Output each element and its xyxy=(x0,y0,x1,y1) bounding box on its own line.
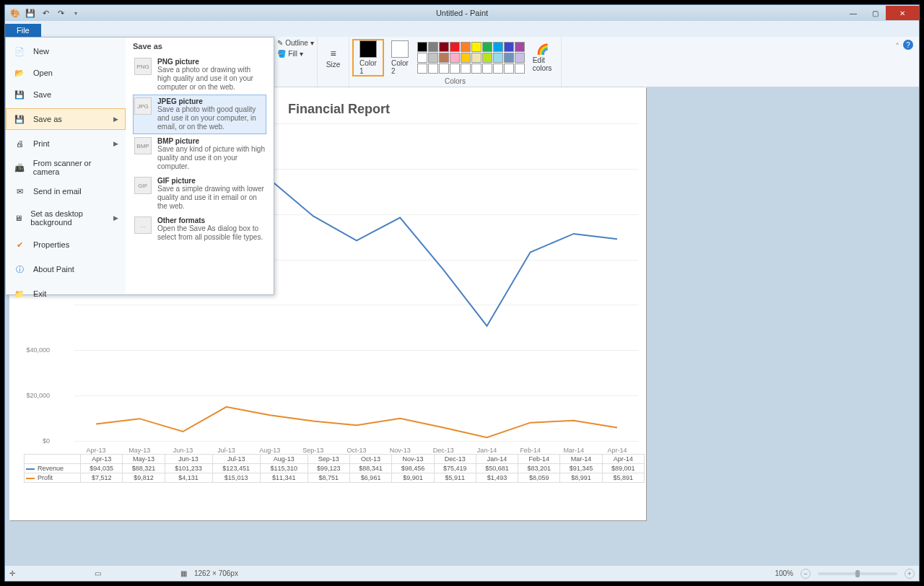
color-swatch[interactable] xyxy=(417,53,427,63)
file-tab[interactable]: File xyxy=(5,24,41,37)
file-menu: 📄New 📂Open 💾Save 💾Save as▶ 🖨Print▶ 📠From… xyxy=(5,37,274,295)
color-swatch[interactable] xyxy=(482,64,492,74)
menu-save[interactable]: 💾Save xyxy=(6,84,126,105)
saveas-png[interactable]: PNGPNG pictureSave a photo or drawing wi… xyxy=(133,55,266,95)
minimize-button[interactable]: — xyxy=(842,6,864,20)
menu-new[interactable]: 📄New xyxy=(6,40,126,62)
other-icon: … xyxy=(134,217,152,234)
color-swatch[interactable] xyxy=(461,42,471,52)
color-swatch[interactable] xyxy=(471,64,481,74)
color-swatch[interactable] xyxy=(493,42,503,52)
color-swatch[interactable] xyxy=(450,64,460,74)
exit-icon: 📁 xyxy=(13,287,26,300)
size-icon: ≡ xyxy=(330,48,336,59)
color-swatch[interactable] xyxy=(450,42,460,52)
color-swatch[interactable] xyxy=(461,53,471,63)
info-icon: ⓘ xyxy=(13,263,26,276)
saveas-gif[interactable]: GIFGIF pictureSave a simple drawing with… xyxy=(133,174,266,214)
cursor-pos-icon: ✛ xyxy=(9,569,15,577)
palette-icon: 🌈 xyxy=(536,43,549,55)
colors-group-label: Colors xyxy=(445,77,466,85)
color1-button[interactable]: Color 1 xyxy=(354,40,383,75)
email-icon: ✉ xyxy=(13,185,26,198)
print-icon: 🖨 xyxy=(13,137,26,150)
submenu-arrow-icon: ▶ xyxy=(113,115,118,123)
qat-undo-icon[interactable]: ↶ xyxy=(40,7,51,19)
jpeg-icon: JPG xyxy=(134,97,152,115)
color-swatch[interactable] xyxy=(482,42,492,52)
maximize-button[interactable]: ▢ xyxy=(864,6,886,20)
help-button[interactable]: ? xyxy=(903,40,913,50)
statusbar: ✛ ▭ ▦ 1262 × 706px 100% − + xyxy=(5,565,919,581)
qat-customize-icon[interactable]: ▾ xyxy=(70,7,82,19)
open-icon: 📂 xyxy=(13,66,26,79)
desktop-icon: 🖥 xyxy=(13,211,23,224)
zoom-level: 100% xyxy=(775,569,793,577)
menu-save-as[interactable]: 💾Save as▶ xyxy=(6,108,126,130)
zoom-slider[interactable] xyxy=(818,572,897,575)
size-button[interactable]: ≡Size xyxy=(319,48,348,69)
color-swatch[interactable] xyxy=(471,53,481,63)
bmp-icon: BMP xyxy=(134,137,152,154)
menu-about[interactable]: ⓘAbout Paint xyxy=(6,258,126,280)
saveas-jpeg[interactable]: JPGJPEG pictureSave a photo with good qu… xyxy=(133,95,266,134)
ribbon-collapse-icon[interactable]: ^ xyxy=(896,41,899,48)
edit-colors-button[interactable]: 🌈Edit colors xyxy=(528,43,557,72)
color-swatch[interactable] xyxy=(515,64,525,74)
saveas-header: Save as xyxy=(133,42,266,51)
qat-save-icon[interactable]: 💾 xyxy=(25,7,36,19)
menu-scanner[interactable]: 📠From scanner or camera xyxy=(6,154,126,180)
saveas-icon: 💾 xyxy=(13,113,26,126)
x-axis-labels: Apr-13May-13Jun-13Jul-13Aug-13Sep-13Oct-… xyxy=(74,447,639,454)
png-icon: PNG xyxy=(134,58,152,75)
color-swatch[interactable] xyxy=(428,53,438,63)
color-swatch[interactable] xyxy=(493,53,503,63)
scanner-icon: 📠 xyxy=(13,161,26,174)
chart-title: Financial Report xyxy=(288,102,390,117)
ribbon-tabs: File xyxy=(5,21,919,37)
close-button[interactable]: ✕ xyxy=(886,6,919,20)
color-swatch[interactable] xyxy=(439,42,449,52)
qat-redo-icon[interactable]: ↷ xyxy=(55,7,66,19)
color-swatch[interactable] xyxy=(417,64,427,74)
outline-button[interactable]: ✎Outline ▾ xyxy=(275,38,316,48)
submenu-arrow-icon: ▶ xyxy=(113,214,118,222)
color-swatch[interactable] xyxy=(515,42,525,52)
fill-icon: 🪣 xyxy=(277,50,286,58)
menu-print[interactable]: 🖨Print▶ xyxy=(6,133,126,154)
chart-data-table: Apr-13May-13Jun-13Jul-13Aug-13Sep-13Oct-… xyxy=(24,454,645,483)
zoom-out-button[interactable]: − xyxy=(801,569,811,579)
zoom-in-button[interactable]: + xyxy=(905,569,915,579)
canvas-dimensions: 1262 × 706px xyxy=(194,569,238,577)
color-swatch[interactable] xyxy=(428,64,438,74)
selection-icon: ▭ xyxy=(95,569,101,577)
save-icon: 💾 xyxy=(13,88,26,101)
color-swatch[interactable] xyxy=(471,42,481,52)
color-palette[interactable] xyxy=(417,42,525,74)
color-swatch[interactable] xyxy=(450,53,460,63)
menu-desktop-bg[interactable]: 🖥Set as desktop background▶ xyxy=(6,205,126,231)
menu-exit[interactable]: 📁Exit xyxy=(6,283,126,305)
color2-button[interactable]: Color 2 xyxy=(385,40,414,75)
outline-icon: ✎ xyxy=(277,39,283,47)
color-swatch[interactable] xyxy=(493,64,503,74)
color-swatch[interactable] xyxy=(461,64,471,74)
color-swatch[interactable] xyxy=(504,64,514,74)
dimensions-icon: ▦ xyxy=(180,569,187,577)
color-swatch[interactable] xyxy=(515,53,525,63)
color-swatch[interactable] xyxy=(439,64,449,74)
menu-email[interactable]: ✉Send in email xyxy=(6,180,126,202)
color-swatch[interactable] xyxy=(428,42,438,52)
color-swatch[interactable] xyxy=(482,53,492,63)
color-swatch[interactable] xyxy=(417,42,427,52)
color-swatch[interactable] xyxy=(504,53,514,63)
saveas-other[interactable]: …Other formatsOpen the Save As dialog bo… xyxy=(133,214,266,245)
properties-icon: ✔ xyxy=(13,238,26,251)
gif-icon: GIF xyxy=(134,177,152,194)
menu-open[interactable]: 📂Open xyxy=(6,62,126,84)
saveas-bmp[interactable]: BMPBMP pictureSave any kind of picture w… xyxy=(133,134,266,174)
menu-properties[interactable]: ✔Properties xyxy=(6,234,126,255)
fill-button[interactable]: 🪣Fill ▾ xyxy=(275,49,305,58)
color-swatch[interactable] xyxy=(439,53,449,63)
color-swatch[interactable] xyxy=(504,42,514,52)
